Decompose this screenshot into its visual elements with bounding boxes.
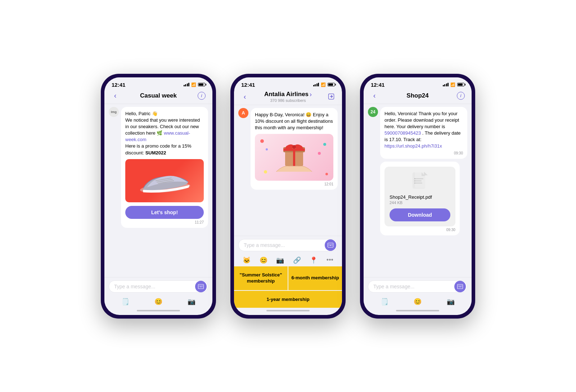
message-bubble-2: Happy B-Day, Veronica! 😄 Enjoy a 10% dis… — [251, 108, 338, 190]
keyboard-button-3[interactable] — [454, 281, 466, 292]
back-button-2[interactable]: ‹ — [240, 91, 250, 102]
message-time-2: 12:01 — [255, 182, 333, 186]
chat-area-3: 24 Hello, Veronica! Thank you for your o… — [364, 104, 472, 277]
file-icon-area — [390, 172, 450, 192]
camera-icon-1[interactable]: 📷 — [188, 298, 195, 306]
svg-rect-21 — [329, 244, 329, 245]
avatar-casual: Img — [109, 107, 119, 117]
svg-rect-9 — [199, 287, 200, 287]
input-wrapper-3: Type a message... — [368, 280, 467, 293]
quick-btn-1year[interactable]: 1-year membership — [234, 291, 342, 308]
nav-bar-1: ‹ Casual week i — [104, 89, 212, 104]
emoji-icon-1[interactable]: 😊 — [154, 298, 162, 306]
back-arrow-icon-2: ‹ — [244, 93, 246, 101]
shop24-text1: Hello, Veronica! Thank you for your orde… — [384, 111, 459, 129]
phone-3: 12:41 📶 ‹ Shop24 i — [360, 74, 475, 319]
avatar-shop24: 24 — [368, 107, 378, 117]
camera-icon-3[interactable]: 📷 — [447, 298, 455, 306]
lets-shop-button[interactable]: Let's shop! — [125, 206, 204, 219]
quick-btn-summer[interactable]: "Summer Solstice" membership — [234, 266, 288, 290]
emoji-icon-3[interactable]: 😊 — [414, 298, 422, 306]
info-button-1[interactable]: i — [197, 91, 207, 101]
svg-point-19 — [292, 145, 296, 149]
sticker-icon-3[interactable]: 🗒️ — [381, 298, 388, 306]
battery-icon-2 — [328, 83, 335, 86]
message-text-2: Happy B-Day, Veronica! 😄 Enjoy a 10% dis… — [255, 112, 333, 131]
status-bar-3: 12:41 📶 — [364, 77, 472, 89]
message-input-3[interactable]: Type a message... — [368, 280, 467, 293]
phone-2: 12:41 📶 ‹ Antalia A — [230, 74, 346, 319]
svg-rect-6 — [200, 285, 201, 286]
svg-rect-7 — [201, 285, 202, 286]
message-bubble-1: Hello, Patric 👋 We noticed that you were… — [121, 107, 208, 228]
message-time-3b: 09:30 — [384, 228, 455, 232]
input-wrapper-1: Type a message... — [109, 280, 208, 293]
quick-row-1: "Summer Solstice" membership 6-month mem… — [234, 266, 342, 290]
svg-rect-38 — [458, 287, 459, 287]
file-card: Shop24_Receipt.pdf 244 KB Download — [384, 167, 455, 226]
avatar-label: Img — [111, 110, 117, 114]
toolbar-2: 🐱 😊 📷 🔗 📍 ••• — [234, 254, 342, 266]
message-input-2[interactable]: Type a message... — [238, 239, 338, 251]
message-bubble-3: Hello, Veronica! Thank you for your orde… — [380, 107, 467, 159]
home-indicator-3 — [396, 310, 439, 311]
share-button-2[interactable] — [326, 91, 336, 102]
status-icons-3: 📶 — [443, 82, 465, 87]
channel-title-group: Antalia Airlines › 370 986 subscribers — [264, 91, 312, 103]
svg-rect-23 — [331, 244, 332, 245]
channel-header: ‹ Antalia Airlines › 370 986 subscribers — [234, 89, 342, 105]
message-text-3: Hello, Veronica! Thank you for your orde… — [384, 111, 463, 150]
tracking-link[interactable]: https://url.shop24.ph/h7i31x — [384, 143, 442, 149]
channel-name: Antalia Airlines — [264, 91, 309, 98]
battery-icon-1 — [198, 83, 205, 86]
sticker-icon-1[interactable]: 🗒️ — [121, 298, 129, 306]
input-bar-2: Type a message... — [234, 236, 342, 254]
svg-rect-25 — [329, 245, 329, 246]
keyboard-button-2[interactable] — [325, 239, 336, 251]
file-size: 244 KB — [390, 200, 450, 205]
toolbar-3: 🗒️ 😊 📷 — [364, 296, 472, 308]
attach-icon-2[interactable]: 🔗 — [293, 256, 301, 264]
sneaker-image — [125, 159, 204, 202]
camera-icon-2[interactable]: 📷 — [276, 256, 284, 264]
chat-area-2: A Happy B-Day, Veronica! 😄 Enjoy a 10% d… — [234, 105, 342, 236]
input-bar-1: Type a message... — [104, 277, 212, 296]
message-time-1: 11:27 — [125, 220, 204, 224]
input-wrapper-2: Type a message... — [238, 239, 338, 251]
info-button-3[interactable]: i — [456, 91, 466, 101]
back-button-3[interactable]: ‹ — [369, 91, 379, 101]
input-placeholder-1: Type a message... — [114, 284, 155, 289]
download-button[interactable]: Download — [390, 208, 450, 221]
back-button-1[interactable]: ‹ — [110, 91, 120, 101]
channel-arrow-icon: › — [310, 91, 312, 98]
keyboard-button-1[interactable] — [195, 281, 207, 292]
input-placeholder-3: Type a message... — [373, 284, 414, 289]
status-icons-1: 📶 — [184, 82, 206, 87]
chat-area-1: Img Hello, Patric 👋 We noticed that you … — [104, 104, 212, 277]
svg-rect-5 — [199, 285, 200, 286]
back-arrow-icon-1: ‹ — [114, 91, 117, 100]
chat-title-1: Casual week — [140, 92, 177, 99]
status-bar-1: 12:41 📶 — [104, 77, 212, 89]
time-1: 12:41 — [112, 82, 125, 88]
wifi-icon-2: 📶 — [321, 82, 326, 87]
location-icon-2[interactable]: 📍 — [310, 256, 318, 264]
avatar-antalia: A — [238, 108, 248, 118]
more-icon-2[interactable]: ••• — [327, 256, 333, 264]
back-arrow-icon-3: ‹ — [373, 91, 376, 100]
info-icon-3: i — [457, 92, 465, 100]
pdf-icon — [411, 172, 429, 192]
svg-rect-10 — [200, 287, 202, 287]
toolbar-1: 🗒️ 😊 📷 — [104, 296, 212, 308]
time-2: 12:41 — [241, 82, 255, 88]
info-icon-1: i — [198, 92, 206, 100]
signal-icon-2 — [313, 83, 319, 86]
message-input-1[interactable]: Type a message... — [109, 280, 208, 293]
quick-btn-6month[interactable]: 6-month membership — [288, 266, 342, 290]
svg-rect-8 — [202, 285, 203, 286]
emoji-icon-2[interactable]: 😊 — [260, 256, 267, 264]
sticker-icon-2[interactable]: 🐱 — [243, 256, 251, 264]
tracking-number[interactable]: 59000708945423 — [384, 130, 421, 136]
svg-rect-11 — [202, 287, 203, 287]
home-indicator-1 — [137, 310, 180, 311]
